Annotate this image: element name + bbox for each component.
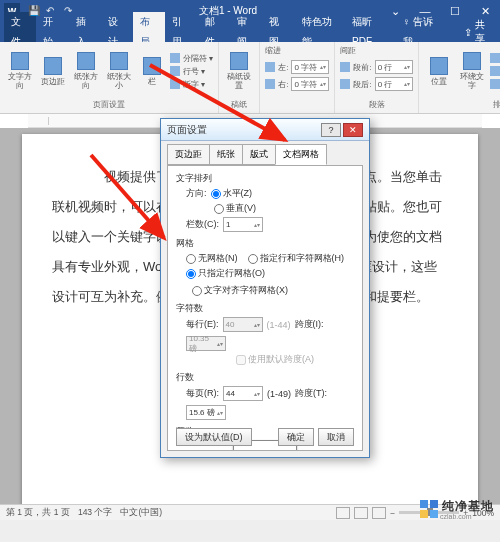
watermark-logo-icon (420, 500, 438, 518)
orientation-button[interactable]: 纸张方向 (71, 52, 101, 90)
char-pitch-input: 10.35 磅▴▾ (186, 336, 226, 351)
status-page[interactable]: 第 1 页，共 1 页 (6, 507, 70, 519)
svg-line-1 (91, 155, 164, 238)
grid-none-radio[interactable]: 无网格(N) (186, 252, 238, 265)
grid-line-only-radio[interactable]: 只指定行网格(O) (186, 267, 265, 280)
group-arrange-label: 排列 (424, 97, 500, 110)
space-after-row: 段后:0 行▴▾ (340, 77, 412, 91)
line-section-label: 行数 (176, 371, 354, 384)
space-after-icon (340, 79, 350, 89)
char-range-label: (1-44) (267, 320, 291, 330)
group-paragraph-label: 段落 (340, 97, 412, 110)
chars-per-line-label: 每行(E): (186, 318, 219, 331)
text-direction-button[interactable]: 文字方向 (5, 52, 35, 90)
save-icon[interactable]: 💾 (28, 5, 40, 17)
position-button[interactable]: 位置 (424, 57, 454, 86)
send-backward-button[interactable]: 下移一层 ▾ (490, 66, 500, 77)
zoom-out-button[interactable]: − (390, 508, 395, 518)
wrap-text-button[interactable]: 环绕文字 (457, 52, 487, 90)
space-before-icon (340, 62, 350, 72)
selection-pane-button[interactable]: 选择窗格 (490, 79, 500, 90)
chars-per-line-input: 40▴▾ (223, 317, 263, 332)
use-default-pitch-checkbox: 使用默认跨度(A) (236, 353, 314, 366)
page-setup-dialog: 页面设置 ? ✕ 页边距 纸张 版式 文档网格 文字排列 方向: 水平(Z) 垂… (160, 118, 370, 458)
margins-button[interactable]: 页边距 (38, 57, 68, 86)
text-direction-icon (11, 52, 29, 70)
space-before-row: 段前:0 行▴▾ (340, 60, 412, 74)
indent-title: 缩进 (265, 45, 281, 56)
columns-label: 栏数(C): (186, 218, 219, 231)
svg-line-0 (150, 65, 285, 140)
redo-icon[interactable]: ↷ (64, 5, 76, 17)
view-print-button[interactable] (354, 507, 368, 519)
space-after-input[interactable]: 0 行▴▾ (375, 77, 413, 91)
ok-button[interactable]: 确定 (278, 428, 314, 446)
undo-icon[interactable]: ↶ (46, 5, 58, 17)
wrap-icon (463, 52, 481, 70)
cancel-button[interactable]: 取消 (318, 428, 354, 446)
grid-spec-radio[interactable]: 指定行和字符网格(H) (248, 252, 345, 265)
text-dir-section-label: 文字排列 (176, 172, 354, 185)
selection-pane-icon (490, 79, 500, 89)
char-section-label: 字符数 (176, 302, 354, 315)
dir-horizontal-radio[interactable]: 水平(Z) (211, 187, 253, 200)
space-before-input[interactable]: 0 行▴▾ (375, 60, 413, 74)
ribbon-tabs: 文件 开始 插入 设计 布局 引用 邮件 审阅 视图 特色功能 福昕PDF ♀ … (0, 22, 500, 42)
send-backward-icon (490, 66, 500, 76)
grid-align-radio[interactable]: 文字对齐字符网格(X) (192, 284, 288, 297)
size-button[interactable]: 纸张大小 (104, 52, 134, 90)
annotation-arrow-2 (86, 150, 186, 254)
margins-icon (44, 57, 62, 75)
share-icon: ⇪ (464, 27, 472, 38)
view-web-button[interactable] (372, 507, 386, 519)
spacing-title: 间距 (340, 45, 356, 56)
char-pitch-label: 跨度(I): (295, 318, 324, 331)
position-icon (430, 57, 448, 75)
bring-forward-button[interactable]: 上移一层 ▾ (490, 53, 500, 64)
bring-forward-icon (490, 53, 500, 63)
status-lang[interactable]: 中文(中国) (120, 507, 162, 519)
line-pitch-input[interactable]: 15.6 磅▴▾ (186, 405, 226, 420)
direction-label: 方向: (186, 187, 207, 200)
set-default-button[interactable]: 设为默认值(D) (176, 428, 252, 446)
lines-per-page-input[interactable]: 44▴▾ (223, 386, 263, 401)
dialog-help-button[interactable]: ? (321, 123, 341, 137)
grid-section-label: 网格 (176, 237, 354, 250)
line-range-label: (1-49) (267, 389, 291, 399)
view-read-button[interactable] (336, 507, 350, 519)
quick-access-toolbar: 💾 ↶ ↷ (28, 5, 76, 17)
columns-input[interactable]: 1▴▾ (223, 217, 263, 232)
dialog-close-button[interactable]: ✕ (343, 123, 363, 137)
annotation-arrow-1 (145, 60, 305, 164)
dir-vertical-radio[interactable]: 垂直(V) (214, 202, 256, 215)
orientation-icon (77, 52, 95, 70)
line-pitch-label: 跨度(T): (295, 387, 327, 400)
watermark: 纯净基地 czlab.com (420, 498, 494, 520)
status-words[interactable]: 143 个字 (78, 507, 113, 519)
size-icon (110, 52, 128, 70)
lines-per-page-label: 每页(R): (186, 387, 219, 400)
